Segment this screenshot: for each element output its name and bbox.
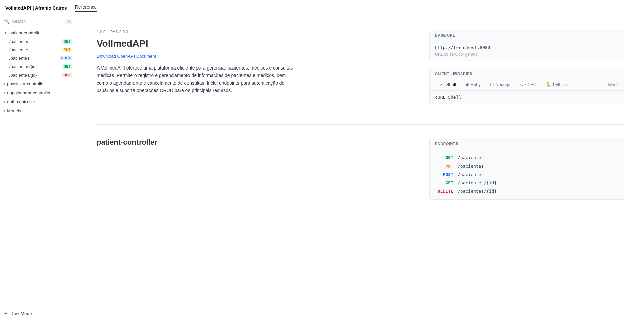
sidebar-group-label: physician-controller (7, 81, 45, 86)
tab-php[interactable]: </> PHP (515, 79, 541, 90)
sidebar-group-models[interactable]: › Models (0, 106, 76, 116)
sidebar-group-label: auth-controller (7, 99, 35, 104)
nav-reference[interactable]: Reference (75, 4, 97, 12)
php-icon: </> (520, 82, 526, 87)
patient-controller-row: patient-controller ENDPOINTS GET /pacien… (97, 138, 624, 207)
header: VollmedAPI | Afranio Caires Reference (0, 0, 644, 16)
chevron-down-icon: ▼ (4, 31, 7, 35)
sidebar-item-path: /pacientes/{id} (9, 64, 37, 69)
api-info-row: 1.0.0 OAS 3.0.0 VollmedAPI Download Open… (97, 30, 624, 111)
endpoint-get-pacientes-id[interactable]: GET /pacientes/{id} (435, 179, 618, 187)
base-url-label: BASE URL (430, 30, 624, 41)
ruby-icon: ◆ (466, 82, 469, 87)
sidebar-badge-get2: GET (62, 64, 72, 69)
sidebar-item-pacientes-id-del[interactable]: /pacientes/{id} DEL (0, 71, 76, 79)
method-get: GET (435, 155, 453, 160)
tab-shell[interactable]: >_ Shell (435, 79, 461, 90)
tab-more[interactable]: … More (603, 82, 618, 87)
nodejs-label: Node.js (495, 82, 510, 87)
api-info-left: 1.0.0 OAS 3.0.0 VollmedAPI Download Open… (97, 30, 416, 94)
search-label: Search (12, 19, 63, 24)
base-url-value: http://localhost:8080 (435, 45, 618, 50)
api-version: 1.0.0 (97, 30, 106, 34)
sidebar-group-auth-controller[interactable]: › auth-controller (0, 97, 76, 106)
sidebar: 🔍 Search ^K ▼ patient-controller /pacien… (0, 16, 76, 320)
sidebar-group-patient-controller[interactable]: ▼ patient-controller (0, 28, 76, 37)
endpoint-get-pacientes[interactable]: GET /pacientes (435, 153, 618, 162)
sidebar-group-label: appointment-controller (7, 90, 50, 95)
shell-content: cURL Shell (430, 91, 624, 104)
endpoint-path: /pacientes (458, 164, 484, 169)
dark-mode-label: Dark Mode (10, 311, 32, 316)
search-shortcut: ^K (65, 19, 72, 24)
main-layout: 🔍 Search ^K ▼ patient-controller /pacien… (0, 16, 644, 320)
dark-mode-toggle[interactable]: ✳ Dark Mode (0, 307, 76, 320)
base-url-panel: BASE URL http://localhost:8080 URL do se… (429, 30, 624, 61)
endpoint-path: /pacientes (458, 172, 484, 177)
patient-controller-right: ENDPOINTS GET /pacientes PUT /pacientes … (429, 138, 624, 207)
sidebar-item-pacientes-post[interactable]: /pacientes POST (0, 54, 76, 62)
sidebar-nav: ▼ patient-controller /pacientes GET /pac… (0, 27, 76, 117)
sidebar-item-path: /pacientes (9, 56, 29, 61)
endpoint-path: /pacientes/{id} (458, 189, 497, 194)
sidebar-item-pacientes-id-get[interactable]: /pacientes/{id} GET (0, 62, 76, 71)
sidebar-group-label: patient-controller (9, 30, 42, 35)
sidebar-group-label: Models (7, 108, 21, 113)
endpoint-post-pacientes[interactable]: POST /pacientes (435, 170, 618, 179)
tab-ruby[interactable]: ◆ Ruby (461, 79, 485, 90)
client-libraries-label: CLIENT LIBRARIES (430, 68, 624, 79)
nodejs-icon: ⬡ (490, 82, 494, 87)
sidebar-group-physician-controller[interactable]: › physician-controller (0, 79, 76, 88)
api-description: A VollmedAPI oferece uma plataforma efic… (97, 64, 298, 94)
sidebar-badge-get: GET (62, 39, 72, 44)
method-post: POST (435, 172, 453, 177)
endpoint-delete-pacientes-id[interactable]: DELETE /pacientes/{id} (435, 187, 618, 195)
chevron-right-icon4: › (4, 109, 5, 113)
tab-nodejs[interactable]: ⬡ Node.js (485, 79, 515, 90)
chevron-right-icon2: › (4, 91, 5, 95)
python-label: Python (553, 82, 567, 87)
tab-python[interactable]: 🐍 Python (541, 79, 571, 90)
sidebar-item-path: /pacientes/{id} (9, 73, 37, 78)
site-title: VollmedAPI | Afranio Caires (5, 5, 67, 11)
api-info-right: BASE URL http://localhost:8080 URL do se… (429, 30, 624, 111)
main-content: 1.0.0 OAS 3.0.0 VollmedAPI Download Open… (76, 16, 644, 320)
endpoint-put-pacientes[interactable]: PUT /pacientes (435, 162, 618, 170)
endpoints-label: ENDPOINTS (430, 138, 624, 149)
endpoint-path: /pacientes/{id} (458, 180, 497, 185)
download-openapi-link[interactable]: Download OpenAPI Document (97, 54, 156, 59)
python-icon: 🐍 (546, 82, 551, 87)
base-url-hint: URL do servidor gerado (435, 52, 618, 57)
ruby-label: Ruby (471, 82, 481, 87)
shell-label: Shell (446, 82, 456, 87)
chevron-right-icon: › (4, 82, 5, 86)
dark-mode-icon: ✳ (4, 311, 8, 316)
method-delete: DELETE (435, 189, 453, 194)
sidebar-item-path: /pacientes (9, 39, 29, 44)
section-divider (97, 124, 624, 125)
endpoints-panel: ENDPOINTS GET /pacientes PUT /pacientes … (429, 138, 624, 200)
search-box[interactable]: 🔍 Search ^K (0, 16, 76, 27)
chevron-right-icon3: › (4, 100, 5, 104)
patient-controller-left: patient-controller (97, 138, 416, 157)
client-libraries-panel: CLIENT LIBRARIES >_ Shell ◆ Ruby ⬡ Node. (429, 68, 624, 104)
api-version-row: 1.0.0 OAS 3.0.0 (97, 30, 416, 34)
sidebar-badge-del: DEL (62, 73, 72, 77)
sidebar-item-pacientes-get[interactable]: /pacientes GET (0, 37, 76, 46)
search-icon: 🔍 (4, 19, 9, 24)
sidebar-item-pacientes-put[interactable]: /pacientes PUT (0, 46, 76, 54)
php-label: PHP (528, 82, 537, 87)
sidebar-badge-put: PUT (62, 48, 72, 52)
sidebar-item-path: /pacientes (9, 47, 29, 52)
endpoint-path: /pacientes (458, 155, 484, 160)
oas-version: OAS 3.0.0 (110, 30, 128, 34)
sidebar-badge-post: POST (60, 56, 72, 60)
shell-icon: >_ (440, 82, 445, 87)
endpoints-list: GET /pacientes PUT /pacientes POST /paci… (430, 149, 624, 199)
client-libs-tabs: >_ Shell ◆ Ruby ⬡ Node.js </> (430, 79, 624, 91)
method-get2: GET (435, 180, 453, 185)
base-url-body: http://localhost:8080 URL do servidor ge… (430, 41, 624, 61)
method-put: PUT (435, 164, 453, 169)
sidebar-group-appointment-controller[interactable]: › appointment-controller (0, 88, 76, 97)
patient-controller-title: patient-controller (97, 138, 416, 147)
